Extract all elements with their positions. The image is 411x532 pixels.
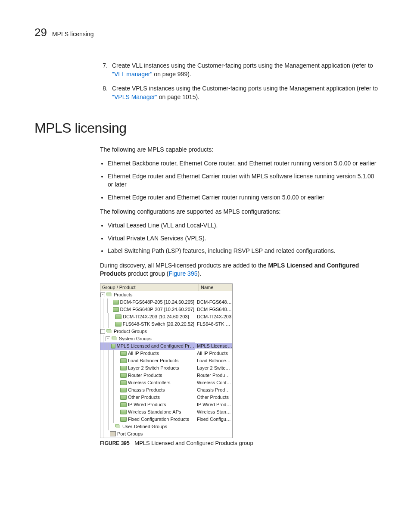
tree-item-name: Chassis Prod…	[195, 387, 232, 392]
tree-row[interactable]: User-Defined Groups	[100, 423, 232, 430]
tree-row[interactable]: Chassis ProductsChassis Prod…	[100, 386, 232, 394]
products-bullets: Ethernet Backbone router, Ethernet Core …	[100, 159, 381, 202]
tree-item-label: IP Wired Products	[128, 402, 166, 407]
collapse-icon[interactable]: -	[100, 329, 105, 334]
intro-paragraph: The following are MPLS capable products:	[100, 146, 381, 154]
figure-ref-link[interactable]: Figure 395	[169, 270, 198, 277]
tree-item-label: System Groups	[119, 336, 152, 341]
tree-item-name: DCM-TI24X-203	[195, 314, 232, 319]
vpls-manager-link[interactable]: "VPLS Manager"	[112, 93, 157, 100]
tree-row[interactable]: IP Wired ProductsIP Wired Prod…	[100, 401, 232, 408]
step-number: 7.	[100, 62, 108, 78]
tree-item-name: Wireless Cont…	[195, 380, 232, 385]
tree-row[interactable]: DCM-TI24X-203 [10.24.60.203]DCM-TI24X-20…	[100, 313, 232, 320]
item-icon	[120, 373, 127, 378]
numbered-steps: 7. Create VLL instances using the Custom…	[100, 62, 381, 101]
tree-row[interactable]: FLS648-STK Switch [20.20.20.52]FLS648-ST…	[100, 320, 232, 328]
running-title: MPLS licensing	[52, 31, 94, 37]
tree-row[interactable]: DCM-FGS648P-207 [10.24.60.207]DCM-FGS648…	[100, 306, 232, 313]
collapse-icon[interactable]: -	[100, 292, 105, 297]
figure-caption: FIGURE 395 MPLS Licensed and Configured …	[100, 440, 381, 446]
tree-row[interactable]: Other ProductsOther Products	[100, 394, 232, 401]
tree-item-label: Other Products	[128, 395, 160, 400]
tree-item-name: Load Balance…	[195, 358, 232, 363]
page-number: 29	[34, 26, 47, 39]
tree-item-name: All IP Products	[195, 351, 232, 356]
tree-item-label: Wireless Controllers	[128, 380, 170, 385]
item-icon	[113, 307, 118, 312]
tree-item-name: FLS648-STK …	[195, 321, 232, 327]
running-header: 29 MPLS licensing	[34, 26, 381, 39]
tree-item-label: Chassis Products	[128, 387, 165, 392]
tree-row[interactable]: Fixed Configuration ProductsFixed Config…	[100, 416, 232, 423]
item-icon	[113, 300, 118, 305]
column-header-name[interactable]: Name	[199, 284, 232, 291]
summary-paragraph: During discovery, all MPLS-licensed prod…	[100, 261, 381, 278]
tree-row[interactable]: -System Groups	[100, 335, 232, 342]
list-item: Ethernet Edge router and Ethernet Carrie…	[108, 193, 381, 202]
tree-item-label: Load Balancer Products	[128, 358, 178, 363]
item-icon	[120, 402, 127, 407]
group-icon	[115, 424, 121, 429]
tree-item-label: Port Groups	[117, 431, 143, 436]
tree-item-label: Wireless Standalone APs	[128, 409, 181, 414]
vll-manager-link[interactable]: "VLL manager"	[112, 71, 152, 78]
group-icon	[106, 292, 112, 297]
list-item: Label Switching Path (LSP) features, inc…	[108, 247, 381, 255]
tree-item-name: Router Produ…	[195, 373, 232, 378]
item-icon	[115, 322, 121, 327]
tree-header: Group / Product Name	[100, 284, 232, 291]
section-heading: MPLS licensing	[34, 120, 381, 136]
tree-item-name: Other Products	[195, 395, 232, 400]
item-icon	[120, 388, 127, 392]
step-text: on page 1015).	[157, 93, 199, 100]
tree-item-label: MPLS Licensed and Configured Pr…	[117, 343, 194, 348]
product-tree-panel: Group / Product Name -ProductsDCM-FGS648…	[100, 283, 233, 438]
tree-row[interactable]: All IP ProductsAll IP Products	[100, 350, 232, 357]
tree-row[interactable]: -Products	[100, 291, 232, 299]
tree-row[interactable]: Router ProductsRouter Produ…	[100, 372, 232, 379]
configs-bullets: Virtual Leased Line (VLL and Local-VLL).…	[100, 221, 381, 255]
tree-row[interactable]: Layer 2 Switch ProductsLayer 2 Switc…	[100, 364, 232, 372]
list-item: Virtual Leased Line (VLL and Local-VLL).	[108, 221, 381, 230]
tree-item-label: Product Groups	[114, 329, 147, 334]
intro-paragraph: The following configurations are support…	[100, 208, 381, 216]
tree-row[interactable]: Wireless ControllersWireless Cont…	[100, 379, 232, 386]
tree-row[interactable]: Wireless Standalone APsWireless Stan…	[100, 408, 232, 416]
tree-row[interactable]: -Product Groups	[100, 328, 232, 335]
port-icon	[110, 431, 116, 436]
tree-body: -ProductsDCM-FGS648P-205 [10.24.60.205]D…	[100, 291, 232, 438]
tree-item-name: Fixed Configu…	[195, 417, 232, 422]
item-icon	[120, 366, 127, 370]
step-text: on page 999).	[152, 71, 191, 78]
tree-item-label: FLS648-STK Switch [20.20.20.52]	[123, 321, 194, 327]
step-8: 8. Create VPLS instances using the Custo…	[100, 84, 381, 101]
step-7: 7. Create VLL instances using the Custom…	[100, 62, 381, 78]
tree-row[interactable]: DCM-FGS648P-205 [10.24.60.205]DCM-FGS648…	[100, 299, 232, 306]
tree-item-label: User-Defined Groups	[122, 424, 167, 429]
list-item: Ethernet Backbone router, Ethernet Core …	[108, 159, 381, 168]
column-header-group[interactable]: Group / Product	[100, 284, 199, 291]
item-icon	[115, 314, 121, 319]
tree-item-name: Layer 2 Switc…	[195, 365, 232, 370]
figure-caption-text: MPLS Licensed and Configured Products gr…	[134, 440, 253, 446]
tree-row[interactable]: MPLS Licensed and Configured Pr…MPLS Lic…	[100, 342, 232, 350]
item-icon	[120, 417, 127, 422]
collapse-icon[interactable]: -	[106, 336, 110, 341]
tree-item-name: DCM-FGS648…	[195, 307, 232, 312]
tree-item-name: MPLS License…	[195, 343, 232, 348]
tree-row[interactable]: Load Balancer ProductsLoad Balance…	[100, 357, 232, 364]
list-item: Virtual Private LAN Services (VPLS).	[108, 234, 381, 243]
tree-item-label: Router Products	[128, 373, 162, 378]
tree-row[interactable]: Port Groups	[100, 430, 232, 438]
tree-item-label: DCM-FGS648P-205 [10.24.60.205]	[120, 299, 194, 305]
item-icon	[111, 344, 115, 348]
figure-label: FIGURE 395	[100, 440, 130, 446]
step-text: Create VLL instances using the Customer-…	[112, 62, 373, 69]
group-icon	[112, 336, 118, 341]
step-number: 8.	[100, 84, 108, 101]
tree-item-label: DCM-FGS648P-207 [10.24.60.207]	[120, 307, 194, 312]
item-icon	[120, 410, 127, 414]
item-icon	[120, 358, 127, 363]
tree-item-label: Products	[114, 292, 132, 297]
